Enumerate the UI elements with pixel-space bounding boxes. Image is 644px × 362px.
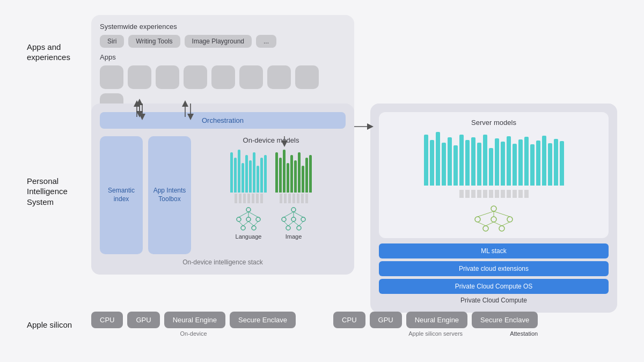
server-bar <box>442 143 446 186</box>
app-intents-column: App Intents Toolbox <box>148 136 191 254</box>
server-models-box: Server models <box>379 112 609 238</box>
svg-line-24 <box>294 221 299 226</box>
ondevice-gpu-chip: GPU <box>127 312 159 328</box>
svg-point-29 <box>507 217 513 222</box>
image-network-svg <box>277 204 310 231</box>
personal-intelligence-label: Personal Intelligence System <box>27 176 68 206</box>
app-icon-7 <box>267 65 291 89</box>
attestation-label: Attestation <box>510 330 538 337</box>
main-section: Orchestration Semantic index App Intents… <box>91 104 354 275</box>
server-bar <box>495 138 499 186</box>
server-bar <box>560 141 564 186</box>
private-cloud-extensions-bar: Private cloud extensions <box>379 261 609 276</box>
teal-bar <box>264 155 267 193</box>
server-bar <box>453 145 458 186</box>
app-icon-1 <box>100 65 123 89</box>
teal-bar <box>245 155 248 193</box>
svg-point-14 <box>282 217 286 221</box>
server-network-svg <box>467 202 521 232</box>
ondevice-label: On-device <box>180 330 207 337</box>
green-bar <box>305 158 308 193</box>
server-bar <box>554 139 558 186</box>
server-bar <box>518 139 523 186</box>
server-silicon-group: CPU GPU Neural Engine Secure Enclave Att… <box>333 312 538 337</box>
apps-label: Apps <box>100 53 346 61</box>
server-neural-chip: Neural Engine <box>406 312 467 328</box>
server-bar <box>477 143 481 186</box>
teal-bar <box>249 160 252 193</box>
green-bar <box>283 150 286 193</box>
server-secure-enclave-chip: Secure Enclave <box>472 312 538 328</box>
server-bar <box>542 136 546 186</box>
svg-line-37 <box>494 222 502 226</box>
svg-line-19 <box>284 212 294 217</box>
ondevice-cpu-chip: CPU <box>91 312 123 328</box>
teal-bar <box>234 158 237 193</box>
svg-line-22 <box>284 221 288 226</box>
svg-line-21 <box>294 212 303 217</box>
svg-line-35 <box>478 222 486 226</box>
svg-line-12 <box>254 221 258 226</box>
server-models-title: Server models <box>385 119 602 127</box>
server-bar <box>436 132 440 186</box>
svg-point-30 <box>483 226 488 231</box>
svg-point-31 <box>499 226 504 231</box>
green-bar <box>279 158 282 193</box>
green-bar <box>298 152 301 193</box>
server-bar <box>501 142 505 186</box>
server-bars <box>385 132 602 186</box>
server-connectors <box>385 190 602 198</box>
server-bar <box>448 137 452 186</box>
server-chips: CPU GPU Neural Engine Secure Enclave Att… <box>333 312 538 328</box>
svg-point-3 <box>256 217 260 221</box>
server-bar <box>524 137 529 186</box>
server-bar <box>483 135 487 186</box>
private-cloud-compute-os-bar: Private Cloud Compute OS <box>379 279 609 294</box>
on-device-models: On-device models <box>196 136 346 254</box>
server-bar <box>530 144 535 186</box>
svg-line-8 <box>248 212 258 217</box>
server-network <box>385 202 602 232</box>
teal-bar <box>260 158 263 193</box>
image-model-bars <box>275 150 312 193</box>
svg-line-9 <box>239 221 243 226</box>
server-bar <box>459 135 464 186</box>
server-bar <box>430 140 434 186</box>
svg-line-23 <box>288 221 294 226</box>
teal-bar <box>230 152 233 193</box>
cloud-section: Server models <box>370 104 617 313</box>
secure-enclave-wrapper: Secure Enclave Attestation <box>472 312 538 328</box>
green-bar <box>290 155 293 193</box>
svg-point-5 <box>252 226 256 230</box>
svg-point-4 <box>241 226 245 230</box>
svg-line-32 <box>478 211 494 217</box>
server-cpu-chip: CPU <box>333 312 365 328</box>
svg-point-0 <box>246 208 251 212</box>
svg-point-28 <box>491 217 496 222</box>
server-bar <box>465 140 470 186</box>
more-chip: ... <box>256 35 276 48</box>
svg-point-26 <box>491 206 496 211</box>
teal-bar <box>253 152 255 193</box>
server-bar <box>513 144 517 186</box>
orchestration-bar: Orchestration <box>100 112 346 129</box>
language-model-bars <box>230 150 267 193</box>
svg-point-16 <box>301 217 305 221</box>
apps-experiences-label: Apps and experiences <box>27 42 70 62</box>
svg-point-17 <box>286 226 290 230</box>
green-bar <box>275 152 278 193</box>
green-bar <box>287 163 289 193</box>
on-device-stack-label: On-device intelligence stack <box>100 258 346 266</box>
writing-tools-chip: Writing Tools <box>128 35 180 48</box>
language-model-block: Language <box>230 150 267 240</box>
svg-point-2 <box>246 217 251 221</box>
server-bar <box>536 141 540 186</box>
teal-bar <box>257 166 259 193</box>
on-device-title: On-device models <box>243 136 299 144</box>
svg-line-11 <box>248 221 254 226</box>
siri-chip: Siri <box>100 35 124 48</box>
ondevice-chips: CPU GPU Neural Engine Secure Enclave <box>91 312 296 328</box>
svg-line-34 <box>494 211 510 217</box>
language-network-svg <box>232 204 265 231</box>
server-bar <box>548 143 552 186</box>
